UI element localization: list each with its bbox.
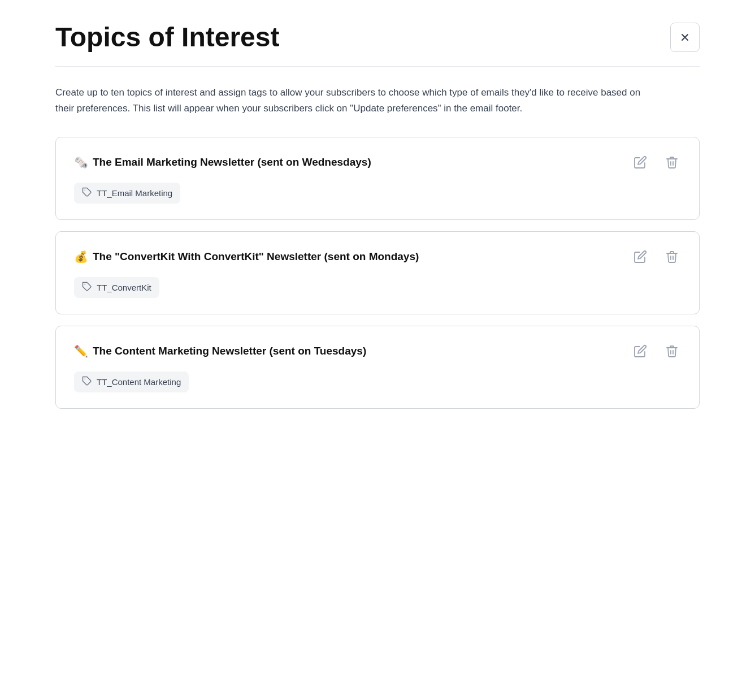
close-button[interactable] bbox=[670, 23, 700, 52]
topic-card-header: 💰 The "ConvertKit With ConvertKit" Newsl… bbox=[74, 248, 681, 266]
topic-card: ✏️ The Content Marketing Newsletter (sen… bbox=[55, 326, 700, 409]
trash-icon bbox=[665, 155, 679, 169]
topic-name: 💰 The "ConvertKit With ConvertKit" Newsl… bbox=[74, 250, 419, 263]
edit-button[interactable] bbox=[631, 342, 649, 360]
delete-button[interactable] bbox=[663, 342, 681, 360]
topic-emoji: 🗞️ bbox=[74, 155, 88, 169]
tag-label: TT_Email Marketing bbox=[97, 188, 172, 198]
close-icon bbox=[679, 32, 691, 43]
tag-label: TT_ConvertKit bbox=[97, 283, 151, 292]
tag-icon bbox=[82, 376, 92, 388]
tag-icon bbox=[82, 282, 92, 293]
modal-container: Topics of Interest Create up to ten topi… bbox=[55, 0, 700, 431]
description-text: Create up to ten topics of interest and … bbox=[55, 85, 654, 116]
tag-label: TT_Content Marketing bbox=[97, 377, 181, 387]
topic-card: 💰 The "ConvertKit With ConvertKit" Newsl… bbox=[55, 231, 700, 314]
topic-actions bbox=[631, 248, 681, 266]
topic-name: 🗞️ The Email Marketing Newsletter (sent … bbox=[74, 155, 371, 169]
edit-button[interactable] bbox=[631, 153, 649, 171]
trash-icon bbox=[665, 344, 679, 358]
topic-list: 🗞️ The Email Marketing Newsletter (sent … bbox=[55, 137, 700, 409]
tag-badge: TT_ConvertKit bbox=[74, 277, 159, 298]
page-title: Topics of Interest bbox=[55, 23, 280, 53]
topic-card-header: 🗞️ The Email Marketing Newsletter (sent … bbox=[74, 153, 681, 171]
tag-badge: TT_Content Marketing bbox=[74, 371, 189, 392]
topic-emoji: ✏️ bbox=[74, 344, 88, 358]
topic-emoji: 💰 bbox=[74, 250, 88, 263]
topic-actions bbox=[631, 342, 681, 360]
topic-card-header: ✏️ The Content Marketing Newsletter (sen… bbox=[74, 342, 681, 360]
topic-card: 🗞️ The Email Marketing Newsletter (sent … bbox=[55, 137, 700, 220]
trash-icon bbox=[665, 250, 679, 263]
pencil-icon bbox=[633, 250, 647, 263]
modal-header: Topics of Interest bbox=[55, 23, 700, 67]
edit-button[interactable] bbox=[631, 248, 649, 266]
delete-button[interactable] bbox=[663, 153, 681, 171]
tag-badge: TT_Email Marketing bbox=[74, 183, 180, 204]
delete-button[interactable] bbox=[663, 248, 681, 266]
topic-actions bbox=[631, 153, 681, 171]
tag-icon bbox=[82, 187, 92, 199]
topic-name: ✏️ The Content Marketing Newsletter (sen… bbox=[74, 344, 366, 358]
pencil-icon bbox=[633, 344, 647, 358]
pencil-icon bbox=[633, 155, 647, 169]
